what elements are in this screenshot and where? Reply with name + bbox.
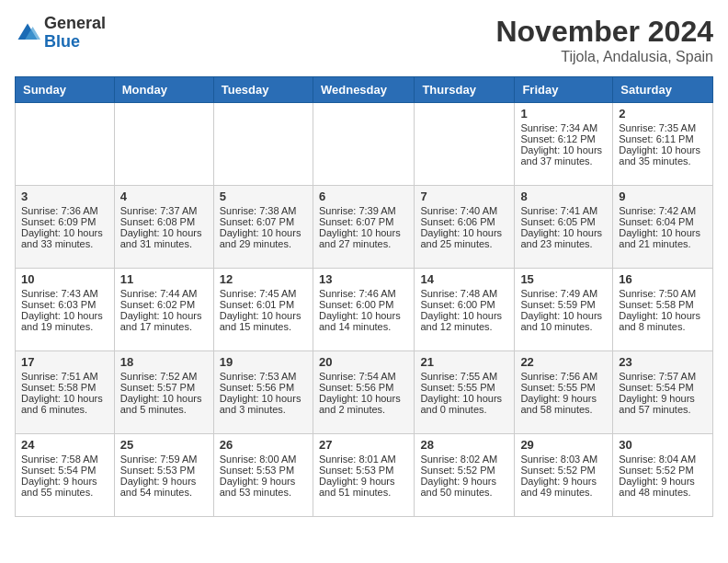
daylight: Daylight: 10 hours and 2 minutes. bbox=[319, 393, 401, 415]
sunrise: Sunrise: 7:40 AM bbox=[420, 205, 497, 216]
weekday-header: Wednesday bbox=[313, 77, 414, 103]
day-number: 26 bbox=[220, 438, 307, 452]
day-number: 14 bbox=[420, 272, 508, 286]
sunrise: Sunrise: 7:46 AM bbox=[319, 288, 396, 299]
month-title: November 2024 bbox=[495, 15, 713, 49]
calendar-cell: 17Sunrise: 7:51 AMSunset: 5:58 PMDayligh… bbox=[16, 351, 115, 434]
weekday-header: Friday bbox=[515, 77, 613, 103]
daylight: Daylight: 10 hours and 8 minutes. bbox=[619, 310, 700, 332]
sunrise: Sunrise: 7:49 AM bbox=[520, 288, 597, 299]
sunrise: Sunrise: 7:58 AM bbox=[21, 454, 98, 465]
sunrise: Sunrise: 7:34 AM bbox=[520, 122, 597, 133]
sunset: Sunset: 5:53 PM bbox=[120, 465, 195, 476]
calendar-cell: 15Sunrise: 7:49 AMSunset: 5:59 PMDayligh… bbox=[515, 269, 613, 351]
daylight: Daylight: 10 hours and 3 minutes. bbox=[220, 393, 301, 415]
calendar-cell: 16Sunrise: 7:50 AMSunset: 5:58 PMDayligh… bbox=[613, 269, 713, 351]
calendar-cell: 10Sunrise: 7:43 AMSunset: 6:03 PMDayligh… bbox=[16, 269, 115, 351]
day-number: 12 bbox=[220, 272, 307, 286]
day-number: 20 bbox=[319, 355, 408, 369]
calendar-cell bbox=[313, 103, 414, 186]
day-number: 19 bbox=[220, 355, 307, 369]
daylight: Daylight: 10 hours and 12 minutes. bbox=[420, 310, 502, 332]
calendar-table: SundayMondayTuesdayWednesdayThursdayFrid… bbox=[15, 76, 713, 517]
daylight: Daylight: 10 hours and 23 minutes. bbox=[520, 227, 602, 249]
day-number: 30 bbox=[619, 438, 707, 452]
weekday-header: Thursday bbox=[415, 77, 515, 103]
sunrise: Sunrise: 8:03 AM bbox=[520, 454, 597, 465]
day-number: 17 bbox=[21, 355, 108, 369]
sunset: Sunset: 6:11 PM bbox=[619, 133, 693, 144]
sunrise: Sunrise: 7:56 AM bbox=[520, 371, 597, 382]
daylight: Daylight: 9 hours and 49 minutes. bbox=[520, 476, 597, 498]
day-number: 10 bbox=[21, 272, 108, 286]
daylight: Daylight: 10 hours and 6 minutes. bbox=[21, 393, 103, 415]
sunrise: Sunrise: 7:54 AM bbox=[319, 371, 396, 382]
daylight: Daylight: 10 hours and 19 minutes. bbox=[21, 310, 103, 332]
sunrise: Sunrise: 7:48 AM bbox=[420, 288, 497, 299]
daylight: Daylight: 10 hours and 33 minutes. bbox=[21, 227, 103, 249]
calendar-cell: 9Sunrise: 7:42 AMSunset: 6:04 PMDaylight… bbox=[613, 186, 713, 269]
day-number: 7 bbox=[420, 190, 508, 203]
calendar-week-row: 10Sunrise: 7:43 AMSunset: 6:03 PMDayligh… bbox=[16, 269, 713, 351]
calendar-cell: 19Sunrise: 7:53 AMSunset: 5:56 PMDayligh… bbox=[213, 351, 313, 434]
sunrise: Sunrise: 7:42 AM bbox=[619, 205, 696, 216]
sunset: Sunset: 6:00 PM bbox=[420, 299, 495, 310]
daylight: Daylight: 9 hours and 54 minutes. bbox=[120, 476, 197, 498]
day-number: 29 bbox=[520, 438, 607, 452]
sunset: Sunset: 5:56 PM bbox=[220, 382, 294, 393]
daylight: Daylight: 10 hours and 27 minutes. bbox=[319, 227, 401, 249]
sunrise: Sunrise: 7:37 AM bbox=[120, 205, 198, 216]
daylight: Daylight: 10 hours and 10 minutes. bbox=[520, 310, 602, 332]
calendar-cell: 25Sunrise: 7:59 AMSunset: 5:53 PMDayligh… bbox=[114, 434, 213, 517]
sunset: Sunset: 6:01 PM bbox=[220, 299, 294, 310]
sunrise: Sunrise: 7:39 AM bbox=[319, 205, 396, 216]
sunset: Sunset: 5:54 PM bbox=[619, 382, 693, 393]
daylight: Daylight: 10 hours and 29 minutes. bbox=[220, 227, 301, 249]
day-number: 21 bbox=[420, 355, 508, 369]
sunrise: Sunrise: 7:36 AM bbox=[21, 205, 98, 216]
logo: General Blue bbox=[15, 15, 106, 52]
daylight: Daylight: 9 hours and 55 minutes. bbox=[21, 476, 97, 498]
calendar-cell: 18Sunrise: 7:52 AMSunset: 5:57 PMDayligh… bbox=[114, 351, 213, 434]
calendar-cell: 8Sunrise: 7:41 AMSunset: 6:05 PMDaylight… bbox=[515, 186, 613, 269]
sunrise: Sunrise: 7:41 AM bbox=[520, 205, 597, 216]
logo-general-text: General bbox=[44, 14, 106, 32]
weekday-header-row: SundayMondayTuesdayWednesdayThursdayFrid… bbox=[16, 77, 713, 103]
calendar-cell: 22Sunrise: 7:56 AMSunset: 5:55 PMDayligh… bbox=[515, 351, 613, 434]
calendar-cell: 3Sunrise: 7:36 AMSunset: 6:09 PMDaylight… bbox=[16, 186, 115, 269]
sunset: Sunset: 5:55 PM bbox=[420, 382, 495, 393]
sunset: Sunset: 6:09 PM bbox=[21, 216, 96, 227]
daylight: Daylight: 10 hours and 31 minutes. bbox=[120, 227, 202, 249]
sunset: Sunset: 5:58 PM bbox=[21, 382, 96, 393]
calendar-cell: 14Sunrise: 7:48 AMSunset: 6:00 PMDayligh… bbox=[415, 269, 515, 351]
daylight: Daylight: 10 hours and 15 minutes. bbox=[220, 310, 301, 332]
sunset: Sunset: 6:05 PM bbox=[520, 216, 595, 227]
calendar-cell: 30Sunrise: 8:04 AMSunset: 5:52 PMDayligh… bbox=[613, 434, 713, 517]
calendar-cell: 20Sunrise: 7:54 AMSunset: 5:56 PMDayligh… bbox=[313, 351, 414, 434]
sunset: Sunset: 6:07 PM bbox=[319, 216, 393, 227]
daylight: Daylight: 9 hours and 50 minutes. bbox=[420, 476, 496, 498]
title-block: November 2024 Tijola, Andalusia, Spain bbox=[495, 15, 713, 65]
sunrise: Sunrise: 7:45 AM bbox=[220, 288, 297, 299]
sunrise: Sunrise: 8:01 AM bbox=[319, 454, 396, 465]
daylight: Daylight: 9 hours and 57 minutes. bbox=[619, 393, 695, 415]
day-number: 23 bbox=[619, 355, 707, 369]
sunset: Sunset: 6:02 PM bbox=[120, 299, 195, 310]
calendar-cell: 6Sunrise: 7:39 AMSunset: 6:07 PMDaylight… bbox=[313, 186, 414, 269]
calendar-week-row: 17Sunrise: 7:51 AMSunset: 5:58 PMDayligh… bbox=[16, 351, 713, 434]
sunrise: Sunrise: 7:57 AM bbox=[619, 371, 696, 382]
day-number: 13 bbox=[319, 272, 408, 286]
calendar-cell: 12Sunrise: 7:45 AMSunset: 6:01 PMDayligh… bbox=[213, 269, 313, 351]
calendar-cell: 29Sunrise: 8:03 AMSunset: 5:52 PMDayligh… bbox=[515, 434, 613, 517]
sunset: Sunset: 5:55 PM bbox=[520, 382, 595, 393]
sunset: Sunset: 5:54 PM bbox=[21, 465, 96, 476]
day-number: 25 bbox=[120, 438, 208, 452]
calendar-cell: 7Sunrise: 7:40 AMSunset: 6:06 PMDaylight… bbox=[415, 186, 515, 269]
daylight: Daylight: 10 hours and 14 minutes. bbox=[319, 310, 401, 332]
daylight: Daylight: 9 hours and 48 minutes. bbox=[619, 476, 695, 498]
calendar-cell: 2Sunrise: 7:35 AMSunset: 6:11 PMDaylight… bbox=[613, 103, 713, 186]
sunrise: Sunrise: 7:43 AM bbox=[21, 288, 98, 299]
location: Tijola, Andalusia, Spain bbox=[495, 49, 713, 65]
calendar-week-row: 1Sunrise: 7:34 AMSunset: 6:12 PMDaylight… bbox=[16, 103, 713, 186]
sunrise: Sunrise: 7:35 AM bbox=[619, 122, 696, 133]
